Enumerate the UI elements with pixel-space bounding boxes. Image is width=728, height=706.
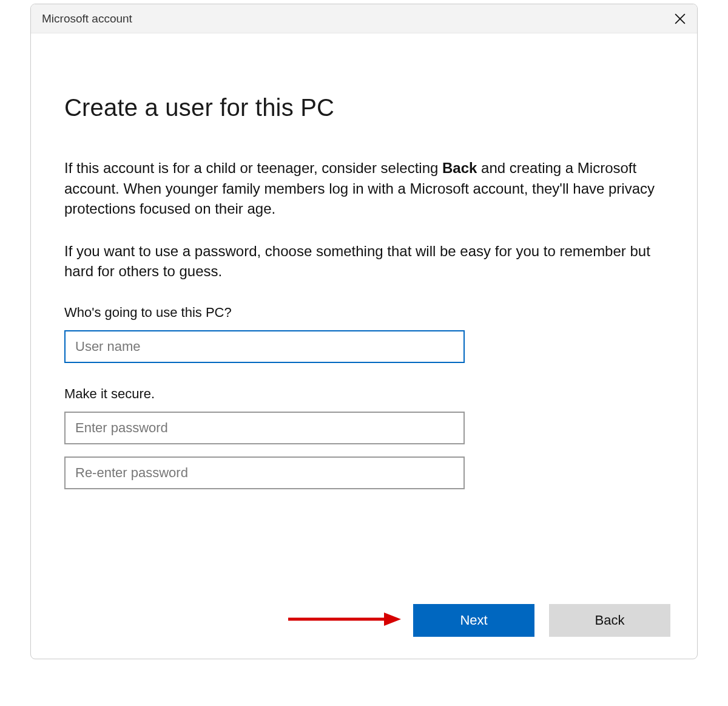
intro-paragraph-2: If you want to use a password, choose so… [64,241,664,282]
dialog-window: Microsoft account Create a user for this… [30,4,698,659]
username-input[interactable] [64,330,465,363]
svg-marker-3 [384,613,401,626]
reenter-password-input[interactable] [64,457,465,489]
password-section-label: Make it secure. [64,386,664,402]
window-title: Microsoft account [42,12,132,25]
intro-paragraph-1: If this account is for a child or teenag… [64,158,664,219]
content-area: Create a user for this PC If this accoun… [31,33,697,489]
password-input[interactable] [64,412,465,444]
username-label: Who's going to use this PC? [64,305,664,321]
footer-buttons: Next Back [413,604,670,637]
intro-text-a: If this account is for a child or teenag… [64,160,442,176]
intro-text-bold: Back [442,160,477,176]
page-heading: Create a user for this PC [64,94,664,121]
title-bar: Microsoft account [31,4,697,33]
close-icon [675,13,686,24]
back-button[interactable]: Back [549,604,670,637]
annotation-arrow-icon [286,610,401,628]
next-button[interactable]: Next [413,604,534,637]
close-button[interactable] [663,4,697,33]
